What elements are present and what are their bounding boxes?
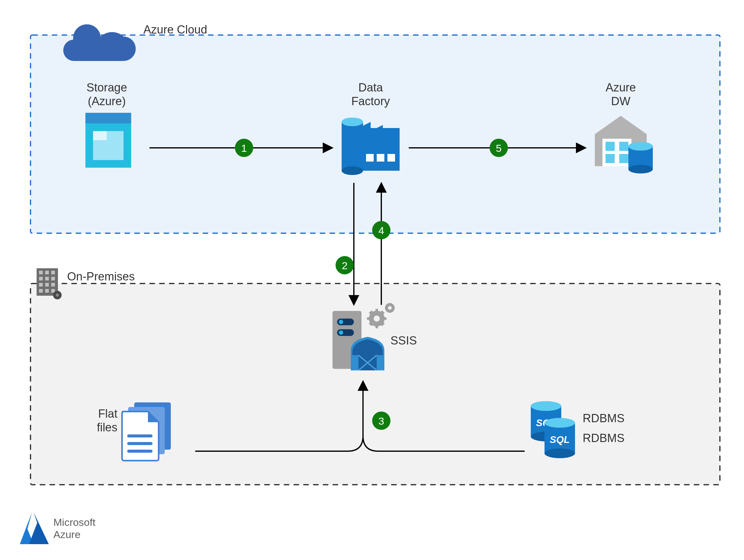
svg-rect-52 xyxy=(382,317,386,320)
flat-files-label-1: Flat xyxy=(98,407,118,420)
svg-rect-6 xyxy=(366,154,374,162)
building-icon xyxy=(37,268,62,299)
svg-rect-35 xyxy=(45,283,49,286)
rdbms-label-2: RDBMS xyxy=(583,432,624,444)
svg-rect-32 xyxy=(45,277,49,280)
svg-point-21 xyxy=(628,142,653,151)
svg-rect-10 xyxy=(342,122,363,171)
svg-rect-7 xyxy=(377,154,384,162)
files-icon xyxy=(122,402,171,461)
svg-rect-33 xyxy=(51,277,55,280)
svg-rect-36 xyxy=(51,283,55,286)
svg-text:4: 4 xyxy=(378,225,384,236)
footer-line-2: Azure xyxy=(53,529,80,540)
storage-icon xyxy=(85,113,131,168)
step-badge-3: 3 xyxy=(372,411,390,430)
footer-line-1: Microsoft xyxy=(53,516,96,528)
storage-label-1: Storage xyxy=(86,81,127,94)
svg-point-12 xyxy=(342,118,363,126)
svg-rect-37 xyxy=(39,289,43,293)
azure-dw-label-1: Azure xyxy=(605,81,636,94)
svg-point-20 xyxy=(628,165,653,173)
on-premises-region: On-Premises xyxy=(31,268,720,485)
svg-point-41 xyxy=(56,293,59,296)
svg-text:1: 1 xyxy=(241,143,247,154)
step-badge-5: 5 xyxy=(490,139,508,157)
svg-rect-28 xyxy=(39,271,43,274)
svg-rect-34 xyxy=(39,283,43,286)
svg-text:5: 5 xyxy=(496,143,502,154)
architecture-diagram: Azure Cloud Storage (Azure) Data Factory xyxy=(0,0,744,560)
svg-text:2: 2 xyxy=(342,260,348,271)
svg-rect-38 xyxy=(45,289,49,293)
svg-rect-15 xyxy=(619,142,628,151)
svg-rect-17 xyxy=(619,154,628,163)
svg-point-74 xyxy=(545,418,575,428)
data-factory-label-1: Data xyxy=(359,81,383,94)
svg-rect-8 xyxy=(387,154,395,162)
svg-rect-30 xyxy=(51,271,55,274)
azure-dw-label-2: DW xyxy=(611,95,630,108)
svg-rect-29 xyxy=(45,271,49,274)
data-factory-label-2: Factory xyxy=(351,95,390,108)
sql-db-icon-2: SQL xyxy=(545,418,575,458)
svg-rect-31 xyxy=(39,277,43,280)
step-badge-4: 4 xyxy=(372,221,390,239)
on-premises-title: On-Premises xyxy=(67,270,135,283)
rdbms-label-1: RDBMS xyxy=(583,412,624,425)
ssis-label: SSIS xyxy=(390,334,417,347)
step-badge-1: 1 xyxy=(235,139,253,157)
barn-icon xyxy=(351,337,384,370)
storage-label-2: (Azure) xyxy=(88,95,126,108)
footer: Microsoft Azure xyxy=(20,512,96,544)
svg-rect-16 xyxy=(605,154,615,163)
svg-point-11 xyxy=(342,166,363,175)
flat-files-label-2: files xyxy=(97,421,117,434)
svg-point-46 xyxy=(339,330,343,335)
svg-point-58 xyxy=(388,306,392,310)
cloud-icon xyxy=(63,25,136,61)
azure-cloud-region: Azure Cloud Storage (Azure) Data Factory xyxy=(31,23,720,233)
svg-point-48 xyxy=(374,316,380,322)
svg-rect-50 xyxy=(375,324,378,328)
svg-rect-51 xyxy=(367,317,371,320)
step-badge-2: 2 xyxy=(336,256,354,274)
svg-rect-14 xyxy=(605,142,615,151)
azure-logo-icon xyxy=(20,512,49,544)
svg-text:3: 3 xyxy=(378,415,384,427)
svg-rect-49 xyxy=(375,309,378,313)
azure-cloud-title: Azure Cloud xyxy=(143,23,207,36)
svg-point-44 xyxy=(339,320,343,324)
svg-rect-5 xyxy=(93,131,107,140)
svg-text:SQL: SQL xyxy=(550,434,570,445)
svg-rect-1 xyxy=(85,113,131,123)
svg-point-69 xyxy=(531,401,561,411)
svg-point-73 xyxy=(545,448,575,458)
